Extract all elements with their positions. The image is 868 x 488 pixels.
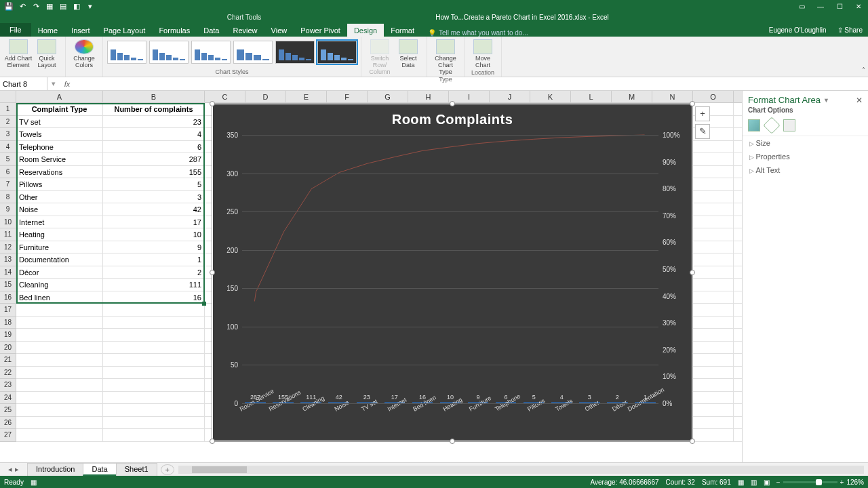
row-header[interactable]: 23 (0, 379, 16, 392)
row-header[interactable]: 1 (0, 103, 16, 116)
zoom-in-icon[interactable]: + (840, 479, 844, 486)
view-layout-icon[interactable]: ▥ (751, 479, 757, 486)
row-header[interactable]: 17 (0, 304, 16, 317)
column-header[interactable]: M (612, 91, 652, 102)
change-chart-type-button[interactable]: Change Chart Type (431, 38, 460, 76)
chart-styles-gallery[interactable] (107, 38, 357, 64)
row-header[interactable]: 8 (0, 191, 16, 204)
row-header[interactable]: 11 (0, 228, 16, 241)
close-pane-icon[interactable]: ✕ (856, 96, 863, 105)
qa-icon[interactable]: ▦ (45, 1, 54, 11)
size-properties-icon[interactable] (783, 119, 795, 131)
file-tab[interactable]: File (0, 23, 31, 37)
add-chart-element-button[interactable]: Add Chart Element (4, 38, 33, 69)
row-header[interactable]: 9 (0, 203, 16, 216)
effects-icon[interactable] (763, 117, 780, 134)
column-header[interactable]: B (103, 91, 205, 102)
column-header[interactable]: H (408, 91, 449, 102)
chart-brush-icon[interactable]: ✎ (695, 124, 710, 139)
row-header[interactable]: 10 (0, 216, 16, 229)
tab-power-pivot[interactable]: Power Pivot (294, 24, 347, 37)
tab-nav[interactable]: ◂ ▸ (0, 465, 27, 474)
tab-design[interactable]: Design (347, 24, 384, 37)
tab-data[interactable]: Data (197, 24, 226, 37)
new-sheet-button[interactable]: + (161, 464, 174, 475)
qa-icon[interactable]: ◧ (72, 1, 81, 11)
row-header[interactable]: 13 (0, 253, 16, 266)
tab-review[interactable]: Review (226, 24, 264, 37)
column-header[interactable]: O (693, 91, 734, 102)
row-headers[interactable]: 1234567891011121314151617181920212223242… (0, 103, 16, 442)
zoom-level[interactable]: 126% (846, 479, 864, 486)
save-icon[interactable]: 💾 (4, 1, 14, 11)
change-colors-button[interactable]: Change Colors (70, 38, 98, 69)
column-header[interactable]: K (530, 91, 571, 102)
column-header[interactable]: A (16, 91, 103, 102)
minimize-icon[interactable]: — (811, 0, 830, 12)
column-header[interactable]: J (490, 91, 530, 102)
sheet-tab[interactable]: Data (83, 463, 116, 476)
row-header[interactable]: 7 (0, 178, 16, 191)
sheet-tab[interactable]: Introduction (27, 463, 83, 476)
chart-title[interactable]: Room Complaints (212, 104, 692, 130)
row-header[interactable]: 16 (0, 291, 16, 304)
zoom-out-icon[interactable]: − (776, 479, 781, 486)
row-header[interactable]: 18 (0, 317, 16, 329)
fill-line-icon[interactable] (748, 119, 760, 131)
column-header[interactable]: F (327, 91, 368, 102)
embedded-chart[interactable]: Room Complaints 287Room Service155Reserv… (212, 103, 693, 442)
row-header[interactable]: 14 (0, 266, 16, 279)
column-header[interactable]: G (368, 91, 408, 102)
row-header[interactable]: 26 (0, 417, 16, 430)
row-header[interactable]: 5 (0, 153, 16, 166)
collapse-ribbon-icon[interactable]: ˄ (862, 66, 865, 74)
row-header[interactable]: 15 (0, 279, 16, 291)
view-break-icon[interactable]: ▣ (764, 479, 770, 486)
column-header[interactable]: I (449, 91, 490, 102)
row-header[interactable]: 22 (0, 367, 16, 380)
zoom-slider[interactable] (783, 481, 837, 483)
sheet-tab[interactable]: Sheet1 (116, 463, 157, 476)
column-header[interactable]: D (245, 91, 286, 102)
column-headers[interactable]: ABCDEFGHIJKLMNO (16, 91, 742, 103)
tab-page-layout[interactable]: Page Layout (97, 24, 153, 37)
user-name[interactable]: Eugene O'Loughlin (764, 24, 832, 37)
row-header[interactable]: 3 (0, 128, 16, 141)
row-header[interactable]: 21 (0, 354, 16, 367)
tab-home[interactable]: Home (31, 24, 64, 37)
tab-format[interactable]: Format (384, 24, 421, 37)
tell-me-input[interactable]: Tell me what you want to do... (421, 29, 764, 37)
plot-area[interactable]: 287Room Service155Reservations111Cleanin… (242, 135, 658, 403)
pane-dropdown-icon[interactable]: ▼ (823, 97, 829, 104)
macro-record-icon[interactable]: ▦ (31, 479, 37, 486)
column-header[interactable]: N (652, 91, 693, 102)
ribbon-options-icon[interactable]: ▭ (792, 0, 811, 12)
redo-icon[interactable]: ↷ (31, 1, 41, 11)
quick-layout-button[interactable]: Quick Layout (33, 38, 61, 69)
worksheet[interactable]: ABCDEFGHIJKLMNO 123456789101112131415161… (0, 91, 742, 462)
fill-handle[interactable] (202, 302, 206, 306)
row-header[interactable]: 24 (0, 392, 16, 405)
select-data-button[interactable]: Select Data (394, 38, 422, 69)
qa-dropdown-icon[interactable]: ▾ (85, 1, 95, 11)
name-box[interactable]: Chart 8 (0, 77, 47, 90)
undo-icon[interactable]: ↶ (18, 1, 27, 11)
fx-icon[interactable]: fx (60, 80, 75, 88)
row-header[interactable]: 25 (0, 404, 16, 417)
maximize-icon[interactable]: ☐ (830, 0, 849, 12)
row-header[interactable]: 12 (0, 241, 16, 254)
row-header[interactable]: 19 (0, 329, 16, 342)
share-button[interactable]: ⇪ Share (832, 24, 868, 37)
tab-view[interactable]: View (264, 24, 294, 37)
format-pane-item[interactable]: Alt Text (743, 163, 868, 177)
view-normal-icon[interactable]: ▦ (738, 479, 744, 486)
tab-formulas[interactable]: Formulas (152, 24, 197, 37)
move-chart-button[interactable]: Move Chart (469, 38, 497, 69)
close-icon[interactable]: ✕ (849, 0, 868, 12)
row-header[interactable]: 2 (0, 116, 16, 129)
chart-plus-icon[interactable]: + (695, 106, 710, 121)
row-header[interactable]: 4 (0, 141, 16, 154)
tab-insert[interactable]: Insert (64, 24, 97, 37)
qa-icon[interactable]: ▤ (58, 1, 68, 11)
format-pane-item[interactable]: Properties (743, 150, 868, 163)
